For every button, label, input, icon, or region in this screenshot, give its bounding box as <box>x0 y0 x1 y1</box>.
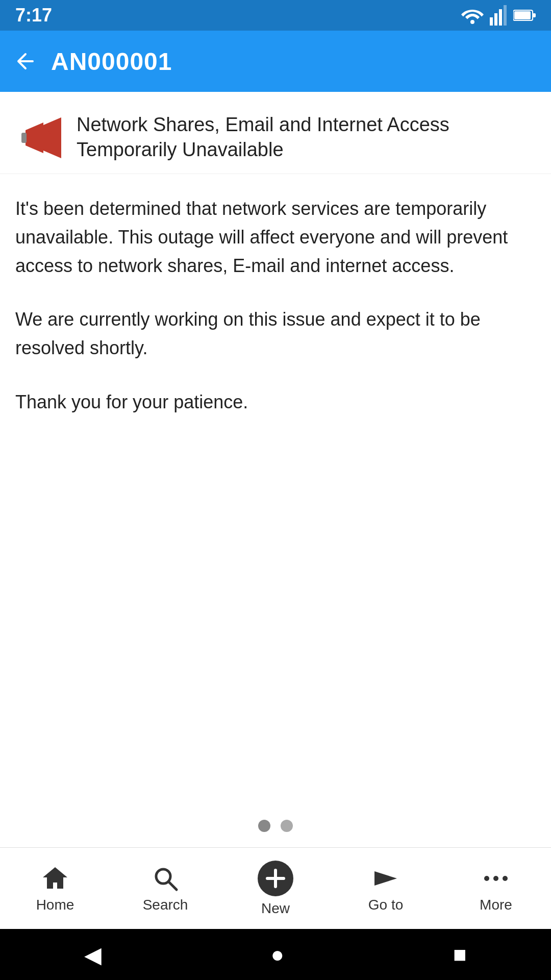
nav-label-home: Home <box>36 897 74 913</box>
nav-item-search[interactable]: Search <box>110 848 220 929</box>
announcement-icon <box>15 112 66 163</box>
back-button[interactable] <box>15 50 36 72</box>
svg-point-16 <box>484 876 489 881</box>
page-title: AN000001 <box>51 47 172 76</box>
bottom-nav: Home Search New Go to More <box>0 847 551 929</box>
app-bar: AN000001 <box>0 31 551 92</box>
announcement-body: It's been determined that network servic… <box>0 174 551 810</box>
goto-icon <box>370 864 401 893</box>
more-icon <box>482 864 510 893</box>
system-back-button[interactable]: ◀ <box>84 942 102 968</box>
system-nav: ◀ ● ■ <box>0 929 551 980</box>
page-dots <box>0 810 551 847</box>
nav-label-more: More <box>480 897 512 913</box>
nav-label-search: Search <box>143 897 188 913</box>
svg-marker-15 <box>374 871 397 886</box>
svg-point-17 <box>493 876 498 881</box>
megaphone-icon <box>15 112 66 163</box>
svg-rect-2 <box>494 13 497 26</box>
svg-rect-7 <box>533 13 536 17</box>
wifi-icon <box>461 7 484 24</box>
new-icon <box>258 861 293 896</box>
status-bar: 7:17 <box>0 0 551 31</box>
announcement-paragraph-3: Thank you for your patience. <box>15 388 536 416</box>
page-dot-2 <box>281 820 293 832</box>
svg-line-12 <box>168 881 177 890</box>
svg-rect-1 <box>490 17 493 26</box>
svg-rect-10 <box>21 133 27 143</box>
nav-label-new: New <box>261 900 290 917</box>
system-home-button[interactable]: ● <box>270 942 284 967</box>
status-icons <box>461 5 536 26</box>
nav-label-goto: Go to <box>368 897 403 913</box>
signal-icon <box>490 5 507 26</box>
announcement-title: Network Shares, Email and Internet Acces… <box>77 112 536 163</box>
svg-rect-6 <box>514 11 531 19</box>
status-time: 7:17 <box>15 5 52 26</box>
announcement-header: Network Shares, Email and Internet Acces… <box>0 92 551 174</box>
announcement-paragraph-2: We are currently working on this issue a… <box>15 305 536 362</box>
nav-item-new[interactable]: New <box>220 848 331 929</box>
search-icon <box>151 864 180 893</box>
battery-icon <box>513 8 536 22</box>
page-dot-1 <box>258 820 270 832</box>
content-area: Network Shares, Email and Internet Acces… <box>0 92 551 847</box>
svg-marker-8 <box>26 122 43 153</box>
svg-point-0 <box>470 20 474 24</box>
system-recents-button[interactable]: ■ <box>453 942 467 967</box>
svg-point-18 <box>503 876 508 881</box>
announcement-paragraph-1: It's been determined that network servic… <box>15 194 536 280</box>
nav-item-goto[interactable]: Go to <box>331 848 441 929</box>
svg-rect-3 <box>499 9 502 26</box>
nav-item-home[interactable]: Home <box>0 848 110 929</box>
svg-rect-4 <box>504 5 507 26</box>
home-icon <box>41 864 69 893</box>
nav-item-more[interactable]: More <box>441 848 551 929</box>
